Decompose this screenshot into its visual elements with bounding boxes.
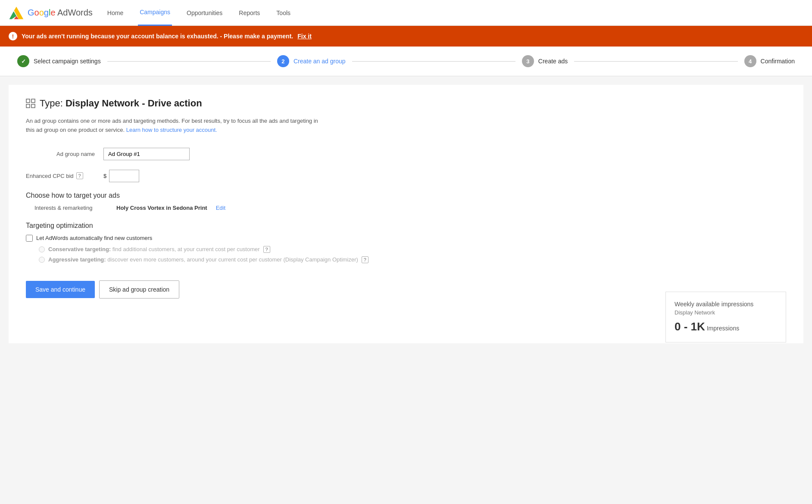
skip-ad-group-button[interactable]: Skip ad group creation (99, 280, 179, 299)
bid-label: Enhanced CPC bid (26, 173, 74, 179)
widget-value: 0 - 1K (675, 320, 705, 333)
logo-text: Google AdWords (28, 8, 93, 18)
optimization-title: Targeting optimization (26, 222, 786, 230)
step-label-2: Create an ad group (294, 58, 346, 65)
step-confirmation: 4 Confirmation (744, 55, 795, 67)
step-select-campaign: ✓ Select campaign settings (17, 55, 101, 67)
dollar-sign: $ (103, 173, 106, 179)
aggressive-radio-row: Aggressive targeting: discover even more… (39, 256, 786, 263)
auto-find-customers-checkbox[interactable] (26, 235, 33, 242)
logo: Google AdWords (9, 5, 93, 21)
auto-find-customers-checkbox-row: Let AdWords automatically find new custo… (26, 235, 786, 242)
ad-group-name-input[interactable] (103, 148, 190, 160)
step-label-1: Select campaign settings (34, 58, 101, 65)
svg-rect-8 (31, 104, 35, 108)
step-line-2 (352, 61, 515, 62)
targeting-section-title: Choose how to target your ads (26, 192, 786, 199)
step-circle-1: ✓ (17, 55, 29, 67)
page-title-area: Type: Display Network - Drive action (26, 98, 786, 109)
alert-fix-link[interactable]: Fix it (297, 33, 312, 40)
ad-group-name-label: Ad group name (26, 151, 95, 157)
widget-title: Weekly available impressions (675, 301, 777, 308)
radio-options: Conservative targeting: find additional … (26, 246, 786, 263)
svg-rect-5 (26, 99, 30, 103)
stepper: ✓ Select campaign settings 2 Create an a… (0, 47, 812, 76)
alert-message: Your ads aren't running because your acc… (22, 33, 293, 40)
alert-icon: ! (9, 32, 17, 40)
page-title: Type: Display Network - Drive action (40, 98, 202, 109)
aggressive-label: Aggressive targeting: discover even more… (48, 256, 358, 263)
nav-tools[interactable]: Tools (275, 0, 292, 26)
sidebar-widget: Weekly available impressions Display Net… (665, 292, 786, 342)
step-label-3: Create ads (538, 58, 568, 65)
widget-value-area: 0 - 1K Impressions (675, 320, 777, 333)
bid-input[interactable] (109, 170, 139, 182)
bid-help-icon[interactable]: ? (76, 172, 83, 179)
auto-find-customers-label: Let AdWords automatically find new custo… (36, 235, 152, 241)
nav-reports[interactable]: Reports (237, 0, 262, 26)
step-create-ad-group: 2 Create an ad group (277, 55, 346, 67)
aggressive-help-icon[interactable]: ? (362, 256, 369, 263)
grid-icon (26, 99, 35, 108)
conservative-radio-row: Conservative targeting: find additional … (39, 246, 786, 253)
main-nav: Home Campaigns Opportunities Reports Too… (106, 0, 292, 26)
aggressive-radio[interactable] (39, 257, 45, 263)
widget-unit: Impressions (707, 325, 739, 332)
svg-rect-7 (26, 104, 30, 108)
description: An ad group contains one or more ads and… (26, 117, 328, 135)
save-and-continue-button[interactable]: Save and continue (26, 281, 95, 298)
learn-link[interactable]: Learn how to structure your account. (126, 127, 217, 133)
widget-subtitle: Display Network (675, 309, 777, 316)
main-content: Type: Display Network - Drive action An … (9, 85, 803, 343)
svg-rect-6 (31, 99, 35, 103)
conservative-help-icon[interactable]: ? (263, 246, 270, 253)
targeting-label: Interests & remarketing (34, 205, 112, 211)
header: Google AdWords Home Campaigns Opportunit… (0, 0, 812, 26)
bid-row: Enhanced CPC bid ? $ (26, 170, 786, 182)
step-circle-3: 3 (522, 55, 534, 67)
step-circle-2: 2 (277, 55, 289, 67)
step-create-ads: 3 Create ads (522, 55, 568, 67)
conservative-label: Conservative targeting: find additional … (48, 246, 260, 252)
targeting-row: Interests & remarketing Holy Cross Vorte… (26, 205, 786, 211)
step-line-3 (574, 61, 737, 62)
nav-opportunities[interactable]: Opportunities (185, 0, 224, 26)
alert-banner: ! Your ads aren't running because your a… (0, 26, 812, 47)
step-line-1 (107, 61, 271, 62)
step-circle-4: 4 (744, 55, 756, 67)
nav-campaigns[interactable]: Campaigns (138, 0, 172, 26)
google-adwords-logo-icon (9, 5, 24, 21)
step-label-4: Confirmation (761, 58, 795, 65)
bid-label-area: Enhanced CPC bid ? (26, 172, 95, 179)
nav-home[interactable]: Home (106, 0, 125, 26)
ad-group-name-row: Ad group name (26, 148, 786, 160)
bid-input-row: $ (103, 170, 139, 182)
conservative-radio[interactable] (39, 246, 45, 252)
targeting-edit-link[interactable]: Edit (216, 205, 225, 211)
targeting-value: Holy Cross Vortex in Sedona Print (116, 205, 207, 211)
